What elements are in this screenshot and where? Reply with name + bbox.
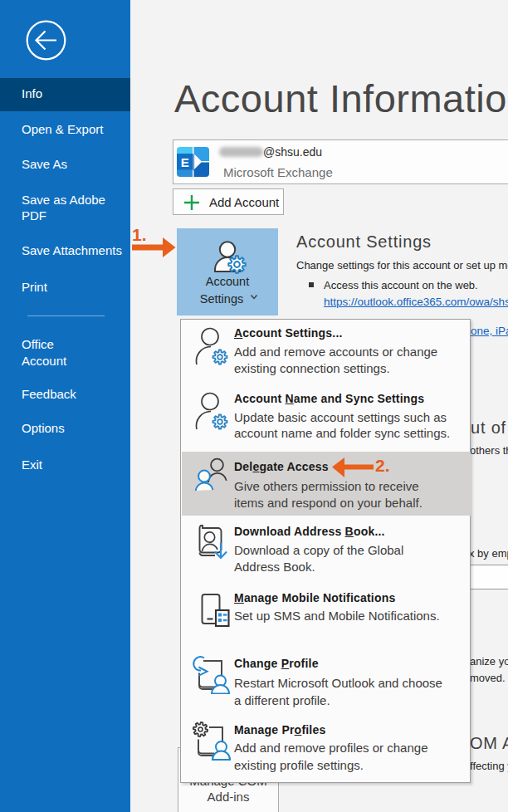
svg-text:E: E bbox=[181, 155, 189, 169]
